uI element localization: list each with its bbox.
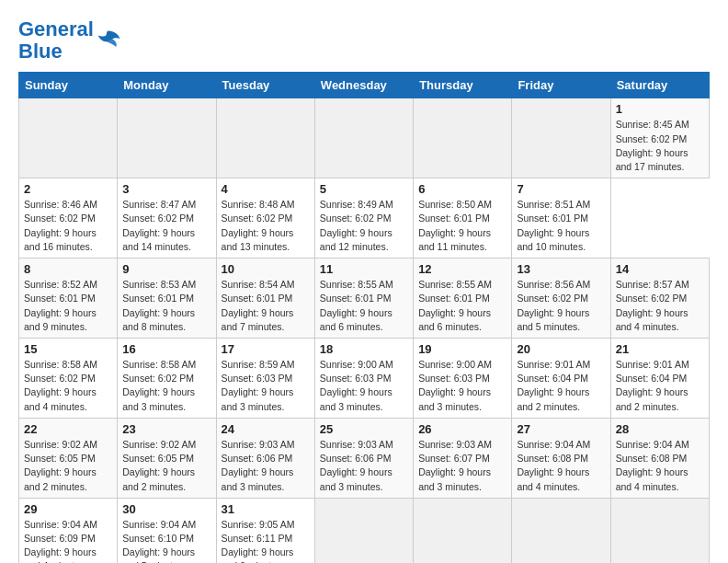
calendar-header-tuesday: Tuesday	[216, 73, 314, 98]
day-number: 11	[320, 262, 408, 276]
calendar-day-cell: 25 Sunrise: 9:03 AMSunset: 6:06 PMDaylig…	[314, 418, 413, 498]
day-number: 25	[320, 422, 408, 436]
day-number: 7	[517, 182, 605, 196]
calendar-day-cell: 14 Sunrise: 8:57 AMSunset: 6:02 PMDaylig…	[610, 259, 709, 339]
day-info: Sunrise: 8:58 AMSunset: 6:02 PMDaylight:…	[24, 359, 97, 412]
day-info: Sunrise: 8:59 AMSunset: 6:03 PMDaylight:…	[222, 359, 295, 412]
day-info: Sunrise: 8:46 AMSunset: 6:02 PMDaylight:…	[24, 199, 97, 252]
day-number: 20	[517, 342, 605, 356]
calendar-day-cell: 18 Sunrise: 9:00 AMSunset: 6:03 PMDaylig…	[314, 339, 413, 419]
day-info: Sunrise: 8:56 AMSunset: 6:02 PMDaylight:…	[517, 279, 590, 332]
calendar-day-cell: 17 Sunrise: 8:59 AMSunset: 6:03 PMDaylig…	[216, 339, 314, 419]
calendar-day-cell: 3 Sunrise: 8:47 AMSunset: 6:02 PMDayligh…	[118, 178, 216, 259]
calendar-day-cell: 30 Sunrise: 9:04 AMSunset: 6:10 PMDaylig…	[118, 498, 216, 563]
calendar-week-row: 29 Sunrise: 9:04 AMSunset: 6:09 PMDaylig…	[19, 498, 710, 563]
calendar-header-wednesday: Wednesday	[314, 73, 413, 98]
calendar-day-cell	[216, 98, 314, 178]
day-info: Sunrise: 8:55 AMSunset: 6:01 PMDaylight:…	[418, 279, 492, 332]
calendar-day-cell: 2 Sunrise: 8:46 AMSunset: 6:02 PMDayligh…	[19, 178, 118, 259]
day-number: 28	[616, 422, 704, 436]
calendar-day-cell: 28 Sunrise: 9:04 AMSunset: 6:08 PMDaylig…	[610, 418, 709, 498]
day-info: Sunrise: 9:01 AMSunset: 6:04 PMDaylight:…	[616, 359, 689, 412]
day-info: Sunrise: 9:03 AMSunset: 6:06 PMDaylight:…	[320, 439, 393, 492]
calendar-header-friday: Friday	[512, 73, 610, 98]
calendar-week-row: 15 Sunrise: 8:58 AMSunset: 6:02 PMDaylig…	[19, 339, 710, 419]
day-info: Sunrise: 8:49 AMSunset: 6:02 PMDaylight:…	[320, 199, 393, 252]
calendar-day-cell: 16 Sunrise: 8:58 AMSunset: 6:02 PMDaylig…	[118, 339, 216, 419]
calendar-day-cell: 11 Sunrise: 8:55 AMSunset: 6:01 PMDaylig…	[314, 259, 413, 339]
day-info: Sunrise: 8:53 AMSunset: 6:01 PMDaylight:…	[122, 279, 196, 332]
calendar-header-row: SundayMondayTuesdayWednesdayThursdayFrid…	[19, 73, 710, 98]
day-number: 27	[517, 422, 605, 436]
calendar-week-row: 2 Sunrise: 8:46 AMSunset: 6:02 PMDayligh…	[19, 178, 710, 259]
calendar-table: SundayMondayTuesdayWednesdayThursdayFrid…	[18, 72, 710, 563]
day-info: Sunrise: 9:05 AMSunset: 6:11 PMDaylight:…	[222, 519, 295, 563]
calendar-day-cell: 19 Sunrise: 9:00 AMSunset: 6:03 PMDaylig…	[414, 339, 512, 419]
logo-text: GeneralBlue	[18, 18, 94, 63]
calendar-day-cell: 6 Sunrise: 8:50 AMSunset: 6:01 PMDayligh…	[414, 178, 512, 259]
day-info: Sunrise: 9:04 AMSunset: 6:08 PMDaylight:…	[616, 439, 689, 492]
calendar-week-row: 8 Sunrise: 8:52 AMSunset: 6:01 PMDayligh…	[19, 259, 710, 339]
calendar-day-cell: 7 Sunrise: 8:51 AMSunset: 6:01 PMDayligh…	[512, 178, 610, 259]
day-number: 24	[222, 422, 310, 436]
day-info: Sunrise: 9:04 AMSunset: 6:09 PMDaylight:…	[24, 519, 97, 563]
logo-bird-icon	[96, 28, 121, 53]
day-info: Sunrise: 8:52 AMSunset: 6:01 PMDaylight:…	[24, 279, 97, 332]
logo: GeneralBlue	[18, 18, 121, 63]
calendar-body: 1 Sunrise: 8:45 AMSunset: 6:02 PMDayligh…	[19, 98, 710, 563]
day-info: Sunrise: 8:45 AMSunset: 6:02 PMDaylight:…	[616, 119, 689, 172]
day-number: 8	[24, 262, 112, 276]
day-number: 26	[418, 422, 506, 436]
calendar-day-cell: 8 Sunrise: 8:52 AMSunset: 6:01 PMDayligh…	[19, 259, 118, 339]
day-number: 3	[122, 182, 210, 196]
day-info: Sunrise: 8:55 AMSunset: 6:01 PMDaylight:…	[320, 279, 393, 332]
day-info: Sunrise: 9:03 AMSunset: 6:06 PMDaylight:…	[222, 439, 295, 492]
day-info: Sunrise: 8:57 AMSunset: 6:02 PMDaylight:…	[616, 279, 689, 332]
day-number: 12	[418, 262, 506, 276]
day-number: 30	[122, 502, 210, 516]
day-number: 4	[222, 182, 310, 196]
calendar-day-cell: 15 Sunrise: 8:58 AMSunset: 6:02 PMDaylig…	[19, 339, 118, 419]
day-number: 23	[122, 422, 210, 436]
calendar-day-cell: 1 Sunrise: 8:45 AMSunset: 6:02 PMDayligh…	[610, 98, 709, 178]
calendar-day-cell	[314, 498, 413, 563]
calendar-day-cell: 29 Sunrise: 9:04 AMSunset: 6:09 PMDaylig…	[19, 498, 118, 563]
calendar-day-cell: 26 Sunrise: 9:03 AMSunset: 6:07 PMDaylig…	[414, 418, 512, 498]
day-info: Sunrise: 8:51 AMSunset: 6:01 PMDaylight:…	[517, 199, 590, 252]
day-number: 6	[418, 182, 506, 196]
calendar-header-sunday: Sunday	[19, 73, 118, 98]
calendar-day-cell	[414, 498, 512, 563]
day-info: Sunrise: 9:00 AMSunset: 6:03 PMDaylight:…	[320, 359, 393, 412]
day-info: Sunrise: 9:01 AMSunset: 6:04 PMDaylight:…	[517, 359, 590, 412]
page-header: GeneralBlue	[18, 18, 710, 63]
day-number: 10	[222, 262, 310, 276]
day-info: Sunrise: 8:47 AMSunset: 6:02 PMDaylight:…	[122, 199, 196, 252]
day-number: 31	[222, 502, 310, 516]
calendar-day-cell: 27 Sunrise: 9:04 AMSunset: 6:08 PMDaylig…	[512, 418, 610, 498]
day-info: Sunrise: 8:54 AMSunset: 6:01 PMDaylight:…	[222, 279, 295, 332]
day-number: 17	[222, 342, 310, 356]
calendar-day-cell: 21 Sunrise: 9:01 AMSunset: 6:04 PMDaylig…	[610, 339, 709, 419]
day-info: Sunrise: 9:02 AMSunset: 6:05 PMDaylight:…	[122, 439, 196, 492]
calendar-day-cell: 20 Sunrise: 9:01 AMSunset: 6:04 PMDaylig…	[512, 339, 610, 419]
calendar-day-cell: 10 Sunrise: 8:54 AMSunset: 6:01 PMDaylig…	[216, 259, 314, 339]
day-number: 19	[418, 342, 506, 356]
calendar-day-cell: 5 Sunrise: 8:49 AMSunset: 6:02 PMDayligh…	[314, 178, 413, 259]
day-info: Sunrise: 9:03 AMSunset: 6:07 PMDaylight:…	[418, 439, 492, 492]
calendar-week-row: 1 Sunrise: 8:45 AMSunset: 6:02 PMDayligh…	[19, 98, 710, 178]
calendar-header-thursday: Thursday	[414, 73, 512, 98]
day-info: Sunrise: 9:02 AMSunset: 6:05 PMDaylight:…	[24, 439, 97, 492]
day-info: Sunrise: 9:00 AMSunset: 6:03 PMDaylight:…	[418, 359, 492, 412]
calendar-day-cell: 9 Sunrise: 8:53 AMSunset: 6:01 PMDayligh…	[118, 259, 216, 339]
day-number: 2	[24, 182, 112, 196]
day-info: Sunrise: 9:04 AMSunset: 6:08 PMDaylight:…	[517, 439, 590, 492]
calendar-day-cell	[314, 98, 413, 178]
calendar-day-cell	[610, 498, 709, 563]
calendar-day-cell: 4 Sunrise: 8:48 AMSunset: 6:02 PMDayligh…	[216, 178, 314, 259]
day-number: 29	[24, 502, 112, 516]
calendar-header-saturday: Saturday	[610, 73, 709, 98]
day-number: 18	[320, 342, 408, 356]
day-number: 1	[616, 102, 704, 116]
calendar-day-cell: 31 Sunrise: 9:05 AMSunset: 6:11 PMDaylig…	[216, 498, 314, 563]
day-info: Sunrise: 8:48 AMSunset: 6:02 PMDaylight:…	[222, 199, 295, 252]
